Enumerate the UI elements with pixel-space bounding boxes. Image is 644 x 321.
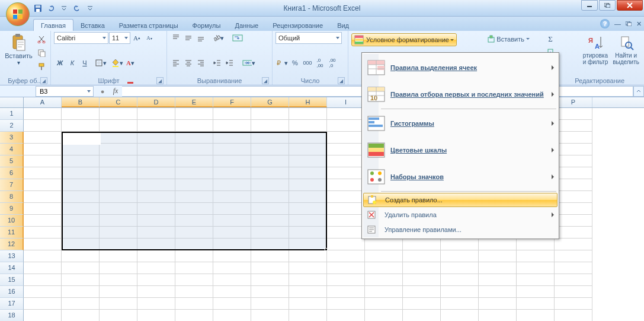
cell[interactable] — [175, 286, 213, 298]
cell[interactable] — [251, 239, 289, 250]
sort-filter-button[interactable]: ЯА ртировка и фильтр — [581, 32, 611, 66]
cell[interactable] — [62, 203, 100, 215]
cell[interactable] — [100, 274, 137, 286]
insert-cells-button[interactable]: Вставить — [485, 33, 531, 45]
menu-new-rule[interactable]: Создать правило... — [363, 193, 558, 207]
cell[interactable] — [289, 144, 327, 155]
tab-formulas[interactable]: Формулы — [185, 20, 228, 31]
cell[interactable] — [24, 155, 62, 167]
cell[interactable] — [213, 262, 251, 274]
office-button[interactable] — [6, 2, 30, 26]
cell[interactable] — [24, 215, 62, 227]
cell[interactable] — [365, 286, 403, 298]
row-header[interactable]: 10 — [0, 215, 24, 227]
increase-font-icon[interactable]: A▴ — [131, 32, 143, 44]
cell[interactable] — [175, 191, 213, 203]
cell[interactable] — [24, 239, 62, 250]
cell[interactable] — [137, 227, 175, 239]
cell[interactable] — [137, 274, 175, 286]
cell[interactable] — [62, 239, 100, 250]
cell[interactable] — [62, 262, 100, 274]
cell[interactable] — [100, 108, 137, 120]
cell[interactable] — [137, 155, 175, 167]
cell[interactable] — [441, 298, 479, 310]
cell[interactable] — [555, 144, 592, 155]
cell[interactable] — [251, 108, 289, 120]
cell[interactable] — [100, 298, 137, 310]
cell[interactable] — [100, 167, 137, 179]
cell[interactable] — [327, 191, 365, 203]
cell[interactable] — [24, 179, 62, 191]
cell[interactable] — [100, 179, 137, 191]
maximize-button[interactable] — [599, 0, 616, 11]
align-center-icon[interactable] — [182, 57, 194, 69]
cell[interactable] — [175, 310, 213, 321]
cell[interactable] — [213, 120, 251, 132]
cell[interactable] — [555, 227, 592, 239]
cell[interactable] — [62, 227, 100, 239]
cell[interactable] — [327, 132, 365, 144]
cell[interactable] — [289, 108, 327, 120]
cell[interactable] — [213, 132, 251, 144]
cell[interactable] — [100, 310, 137, 321]
row-header[interactable]: 11 — [0, 227, 24, 239]
cell[interactable] — [24, 310, 62, 321]
cell[interactable] — [213, 274, 251, 286]
cell[interactable] — [137, 132, 175, 144]
increase-decimal-icon[interactable]: ,0,00 — [314, 57, 326, 69]
alignment-dialog-icon[interactable]: ◢ — [262, 77, 269, 84]
cell[interactable] — [100, 286, 137, 298]
cell[interactable] — [137, 298, 175, 310]
cell[interactable] — [289, 227, 327, 239]
fx-icon[interactable]: fx — [109, 86, 122, 97]
cell[interactable] — [175, 155, 213, 167]
cell[interactable] — [251, 310, 289, 321]
cell[interactable] — [289, 274, 327, 286]
cell[interactable] — [289, 286, 327, 298]
find-select-button[interactable]: Найти и выделить — [610, 32, 642, 66]
cell[interactable] — [62, 132, 100, 144]
doc-restore-icon[interactable] — [626, 21, 632, 26]
cell[interactable] — [289, 262, 327, 274]
increase-indent-icon[interactable] — [224, 57, 236, 69]
row-header[interactable]: 8 — [0, 191, 24, 203]
column-header[interactable]: A — [24, 97, 62, 107]
cell[interactable] — [327, 310, 365, 321]
cell[interactable] — [517, 239, 555, 250]
fill-color-icon[interactable]: ▾ — [111, 57, 124, 69]
cell[interactable] — [213, 227, 251, 239]
cell[interactable] — [479, 310, 517, 321]
menu-clear-rules[interactable]: Удалить правила — [363, 208, 558, 222]
menu-highlight-cells-rules[interactable]: Правила выделения ячеек — [363, 55, 558, 81]
cell[interactable] — [251, 298, 289, 310]
align-top-icon[interactable] — [170, 32, 182, 44]
cell[interactable] — [24, 132, 62, 144]
redo-icon[interactable] — [71, 2, 83, 14]
cell[interactable] — [289, 120, 327, 132]
cell[interactable] — [403, 250, 441, 262]
format-painter-icon[interactable] — [36, 61, 47, 72]
menu-color-scales[interactable]: Цветовые шкалы — [363, 137, 558, 163]
cell[interactable] — [62, 298, 100, 310]
cell[interactable] — [479, 298, 517, 310]
cell[interactable] — [441, 250, 479, 262]
cell[interactable] — [365, 310, 403, 321]
cell[interactable] — [24, 227, 62, 239]
cell[interactable] — [100, 250, 137, 262]
clipboard-dialog-icon[interactable]: ◢ — [40, 77, 47, 84]
number-format-combo[interactable]: Общий — [275, 32, 342, 44]
cell[interactable] — [327, 274, 365, 286]
cell[interactable] — [24, 203, 62, 215]
cell[interactable] — [555, 274, 592, 286]
tab-review[interactable]: Рецензирование — [265, 20, 330, 31]
cell[interactable] — [365, 250, 403, 262]
cell[interactable] — [517, 310, 555, 321]
align-left-icon[interactable] — [170, 57, 182, 69]
cell[interactable] — [62, 108, 100, 120]
cell[interactable] — [100, 227, 137, 239]
cell[interactable] — [517, 286, 555, 298]
merge-center-icon[interactable]: ▾ — [242, 57, 256, 69]
number-dialog-icon[interactable]: ◢ — [338, 77, 345, 84]
align-bottom-icon[interactable] — [195, 32, 207, 44]
column-header[interactable]: H — [289, 97, 327, 107]
